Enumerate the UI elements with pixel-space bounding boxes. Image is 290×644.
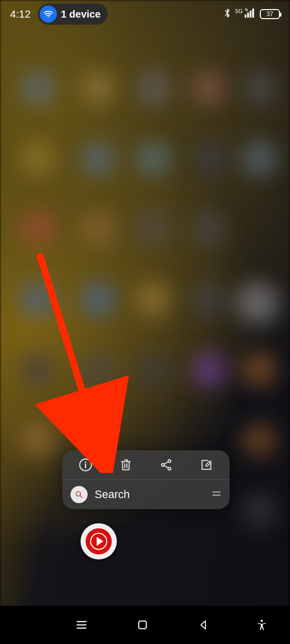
bg-blob — [237, 282, 279, 325]
youtube-music-icon — [86, 528, 112, 554]
bg-blob — [20, 141, 55, 176]
home-button[interactable] — [127, 610, 158, 640]
status-left: 4:12 1 device — [10, 4, 108, 25]
delete-button[interactable] — [111, 450, 140, 479]
svg-point-14 — [162, 463, 164, 466]
bg-blob — [242, 493, 277, 528]
status-clock: 4:12 — [10, 8, 31, 20]
youtube-music-app-icon[interactable] — [81, 523, 117, 559]
bg-blob — [136, 352, 171, 387]
bg-blob — [20, 423, 55, 458]
recents-button[interactable] — [66, 610, 97, 640]
network-type-label: 5G — [235, 8, 243, 14]
bg-blob — [81, 211, 116, 247]
svg-line-17 — [164, 465, 168, 468]
svg-line-19 — [80, 496, 82, 498]
battery-indicator: 37 — [260, 9, 280, 19]
svg-point-0 — [48, 17, 49, 18]
bg-blob — [81, 70, 116, 106]
svg-point-15 — [168, 467, 171, 470]
drag-handle-icon[interactable] — [211, 489, 222, 501]
svg-point-26 — [261, 620, 263, 622]
svg-rect-1 — [245, 15, 247, 18]
bg-blob — [242, 423, 277, 458]
bg-blob — [136, 282, 171, 317]
bg-blob — [20, 352, 55, 387]
bg-blob — [20, 211, 55, 247]
connected-device-text: 1 device — [61, 9, 101, 20]
bg-blob — [136, 141, 171, 176]
bg-blob — [81, 282, 116, 317]
svg-rect-4 — [252, 9, 254, 18]
bg-blob — [242, 70, 277, 106]
app-context-popup: Search — [62, 450, 230, 509]
bg-blob — [136, 70, 171, 106]
bg-blob — [191, 70, 227, 106]
battery-percent: 37 — [266, 11, 273, 18]
search-widget-row[interactable]: Search — [62, 480, 230, 509]
accessibility-button[interactable] — [249, 610, 274, 640]
bg-blob — [242, 352, 277, 387]
popup-action-row — [62, 450, 230, 479]
search-icon — [70, 486, 88, 503]
bg-blob — [191, 352, 227, 387]
bg-blob — [191, 141, 227, 176]
svg-point-18 — [76, 492, 81, 496]
status-bar: 4:12 1 device 5G — [0, 0, 290, 28]
bg-blob — [242, 141, 277, 176]
share-button[interactable] — [152, 450, 181, 479]
search-label: Search — [95, 488, 204, 501]
svg-rect-2 — [247, 13, 249, 18]
bg-blob — [20, 282, 55, 317]
svg-rect-25 — [138, 621, 146, 628]
bg-blob — [191, 211, 227, 247]
svg-point-10 — [85, 461, 86, 463]
status-right: 5G ⇅ 37 — [224, 8, 280, 21]
bg-blob — [136, 211, 171, 247]
bg-blob — [191, 282, 227, 317]
edit-button[interactable] — [192, 450, 221, 479]
back-button[interactable] — [188, 610, 219, 640]
svg-point-13 — [168, 460, 171, 462]
connected-device-chip[interactable]: 1 device — [38, 4, 108, 25]
svg-rect-3 — [250, 11, 252, 18]
bg-blob — [20, 70, 55, 106]
svg-line-16 — [164, 462, 168, 464]
bg-blob — [81, 141, 116, 176]
wifi-icon — [40, 6, 57, 23]
info-button[interactable] — [71, 450, 100, 479]
svg-text:⇅: ⇅ — [245, 9, 248, 12]
navigation-bar — [0, 606, 290, 644]
bluetooth-icon — [224, 8, 231, 21]
bg-blob — [81, 352, 116, 387]
signal-icon: ⇅ — [245, 9, 256, 20]
